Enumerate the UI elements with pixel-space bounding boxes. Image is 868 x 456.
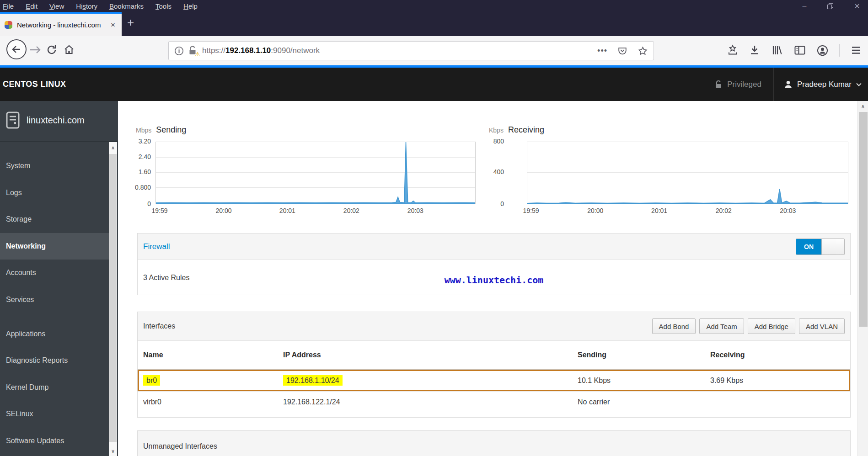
menu-tools[interactable]: Tools: [155, 2, 171, 10]
page-actions-icon[interactable]: •••: [597, 46, 607, 56]
menu-view[interactable]: View: [49, 2, 64, 10]
sidebar-item-kernel-dump[interactable]: Kernel Dump: [0, 374, 109, 401]
site-info-icon[interactable]: [174, 46, 184, 56]
col-name: Name: [143, 351, 283, 359]
user-icon: [784, 80, 793, 89]
sidebar-item-logs[interactable]: Logs: [0, 180, 109, 206]
chevron-down-icon: [856, 83, 862, 86]
virbr0-sending: No carrier: [578, 398, 710, 406]
sidebar: linuxtechi.com System Logs Storage Netwo…: [0, 101, 118, 456]
scroll-up-icon[interactable]: ∧: [109, 145, 117, 151]
sidebar-item-selinux[interactable]: SELinux: [0, 401, 109, 427]
warning-triangle-icon: ⚠: [195, 51, 200, 58]
br0-sending: 10.1 Kbps: [578, 376, 710, 385]
add-bridge-button[interactable]: Add Bridge: [748, 318, 795, 334]
hamburger-menu-icon[interactable]: [851, 45, 862, 55]
os-brand-label: CENTOS LINUX: [0, 80, 66, 89]
sending-y-axis: 3.202.401.600.8000: [120, 138, 151, 201]
interfaces-card-header: Interfaces Add Bond Add Team Add Bridge …: [138, 312, 850, 341]
unmanaged-interfaces-card: Unmanaged Interfaces: [137, 430, 851, 456]
user-menu[interactable]: Pradeep Kumar: [774, 80, 868, 89]
hostname-label: linuxtechi.com: [27, 115, 85, 126]
application-window: File Edit View History Bookmarks Tools H…: [0, 0, 868, 456]
toolbar-right-icons: [727, 44, 862, 57]
window-close-button[interactable]: ×: [854, 2, 860, 10]
firewall-card-body: 3 Active Rules www.linuxtechi.com: [138, 260, 850, 295]
sidebar-toggle-icon[interactable]: [794, 45, 806, 56]
scroll-up-icon[interactable]: ∧: [858, 103, 868, 110]
tab-close-icon[interactable]: ×: [109, 21, 117, 30]
scroll-down-icon[interactable]: ∨: [109, 448, 117, 454]
content-scrollbar-thumb[interactable]: [859, 112, 868, 327]
firewall-toggle[interactable]: ON: [796, 239, 845, 255]
menu-bookmarks[interactable]: Bookmarks: [109, 2, 144, 10]
br0-receiving: 3.69 Kbps: [710, 376, 845, 385]
interfaces-title: Interfaces: [143, 322, 175, 330]
downloads-icon[interactable]: [749, 44, 760, 56]
unlock-icon: [714, 80, 723, 89]
new-tab-button[interactable]: +: [127, 16, 134, 28]
network-page: Mbps Sending 3.202.401.600.8000 19:5920:…: [118, 101, 857, 456]
col-ip-address: IP Address: [283, 351, 578, 359]
cockpit-header: CENTOS LINUX Privileged Pradeep Kumar: [0, 68, 868, 101]
sidebar-item-accounts[interactable]: Accounts: [0, 260, 109, 286]
window-controls: – ×: [802, 2, 868, 10]
pocket-icon[interactable]: [617, 46, 627, 56]
sending-chart-title: Mbps Sending: [136, 125, 186, 135]
col-receiving: Receiving: [710, 351, 845, 359]
bookmarks-toolbar-icon[interactable]: [727, 44, 738, 56]
back-button[interactable]: [6, 39, 27, 59]
virbr0-ip: 192.168.122.1/24: [283, 398, 578, 406]
menu-edit[interactable]: Edit: [26, 2, 38, 10]
unmanaged-interfaces-title: Unmanaged Interfaces: [143, 442, 217, 451]
sidebar-scrollbar-thumb[interactable]: [109, 154, 117, 442]
reload-button[interactable]: [46, 44, 58, 56]
content-scrollbar[interactable]: ∧: [857, 101, 868, 456]
insecure-lock-icon[interactable]: ⚠: [188, 46, 198, 56]
browser-menubar: File Edit View History Bookmarks Tools H…: [0, 2, 198, 10]
sidebar-item-services[interactable]: Services: [0, 286, 109, 313]
interface-row-virbr0[interactable]: virbr0 192.168.122.1/24 No carrier: [138, 391, 850, 413]
sidebar-divider: [0, 141, 118, 142]
sidebar-scrollbar[interactable]: ∧ ∨: [109, 142, 117, 456]
interfaces-card: Interfaces Add Bond Add Team Add Bridge …: [137, 312, 851, 418]
account-icon[interactable]: [817, 45, 828, 56]
receiving-chart-title: Kbps Receiving: [489, 125, 544, 135]
bookmark-star-icon[interactable]: [638, 46, 648, 56]
col-sending: Sending: [578, 351, 710, 359]
firewall-card: Firewall ON 3 Active Rules www.linuxtech…: [137, 233, 851, 295]
add-bond-button[interactable]: Add Bond: [652, 318, 696, 334]
window-minimize-button[interactable]: –: [802, 2, 806, 10]
sidebar-item-diagnostic-reports[interactable]: Diagnostic Reports: [0, 347, 109, 374]
add-team-button[interactable]: Add Team: [699, 318, 744, 334]
url-bar[interactable]: ⚠ https://192.168.1.10:9090/network •••: [168, 41, 654, 60]
menu-file[interactable]: File: [3, 2, 14, 10]
site-watermark: www.linuxtechi.com: [138, 275, 850, 286]
sidebar-item-applications[interactable]: Applications: [0, 321, 109, 347]
sidebar-item-system[interactable]: System: [0, 153, 109, 179]
sidebar-item-storage[interactable]: Storage: [0, 206, 109, 233]
br0-name-highlighted: br0: [143, 375, 160, 386]
add-vlan-button[interactable]: Add VLAN: [799, 318, 845, 334]
window-restore-button[interactable]: [827, 3, 833, 9]
br0-ip-highlighted: 192.168.1.10/24: [283, 375, 343, 386]
virbr0-name: virbr0: [143, 398, 283, 406]
interface-row-br0[interactable]: br0 192.168.1.10/24 10.1 Kbps 3.69 Kbps: [138, 370, 850, 391]
firewall-link[interactable]: Firewall: [143, 242, 170, 251]
sidebar-item-software-updates[interactable]: Software Updates: [0, 428, 109, 454]
browser-titlebar: File Edit View History Bookmarks Tools H…: [0, 0, 868, 12]
menu-history[interactable]: History: [76, 2, 97, 10]
forward-button[interactable]: [29, 44, 41, 56]
browser-navbar: ⚠ https://192.168.1.10:9090/network •••: [0, 36, 868, 65]
sidebar-item-networking[interactable]: Networking: [0, 233, 109, 260]
toggle-on-label: ON: [796, 239, 821, 255]
browser-tab-networking[interactable]: Networking - linuxtechi.com ×: [0, 12, 122, 36]
sending-x-axis: 19:5920:0020:0120:0220:03: [155, 207, 476, 216]
home-button[interactable]: [63, 44, 75, 56]
menu-help[interactable]: Help: [183, 2, 198, 10]
tab-title: Networking - linuxtechi.com: [17, 21, 109, 29]
library-icon[interactable]: [771, 44, 783, 56]
privileged-indicator[interactable]: Privileged: [702, 80, 773, 89]
browser-tabbar: Networking - linuxtechi.com × +: [0, 12, 868, 36]
sending-chart: [155, 142, 476, 204]
